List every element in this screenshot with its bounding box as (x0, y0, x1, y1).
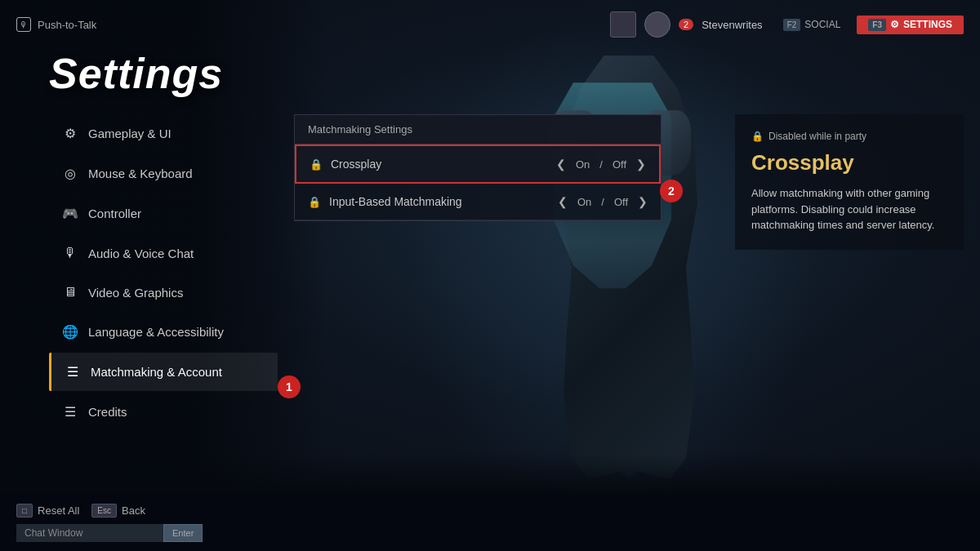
chat-window-label[interactable]: Chat Window (16, 524, 163, 542)
avatar-primary (610, 11, 636, 38)
back-button[interactable]: Esc Back (91, 504, 145, 518)
header-right: 2 Stevenwrites F2 SOCIAL F3 ⚙ SETTINGS (610, 11, 964, 38)
sidebar-item-credits[interactable]: ☰ Credits (49, 393, 278, 431)
chevron-right-matchmaking[interactable]: ❯ (638, 195, 648, 208)
annotation-step-2: 2 (660, 180, 683, 202)
detail-lock-icon: 🔒 (751, 131, 764, 142)
sidebar-item-gameplay[interactable]: ⚙ Gameplay & UI (49, 114, 278, 153)
lock-icon-matchmaking: 🔒 (308, 196, 321, 208)
crossplay-off-label: Off (612, 158, 626, 171)
chat-window-bar: Chat Window Enter (16, 524, 203, 542)
settings-panel: Matchmaking Settings 🔒 Crossplay ❮ On / … (294, 114, 662, 221)
push-to-talk-icon: 🎙 (16, 17, 31, 32)
mouse-icon: ◎ (62, 166, 78, 181)
page-title: Settings (49, 49, 223, 98)
sidebar-item-label: Credits (88, 405, 127, 419)
detail-lock-label: 🔒 Disabled while in party (751, 131, 947, 142)
gear-icon: ⚙ (890, 19, 899, 30)
matchmaking-separator: / (601, 196, 604, 208)
header: 🎙 Push-to-Talk 2 Stevenwrites F2 SOCIAL … (0, 0, 980, 49)
crossplay-label: Crossplay (331, 158, 556, 171)
chevron-left-matchmaking[interactable]: ❮ (558, 195, 568, 208)
sidebar-item-label: Language & Accessibility (88, 325, 224, 339)
chevron-right-crossplay[interactable]: ❯ (636, 158, 646, 171)
bottom-actions: □ Reset All Esc Back (16, 504, 145, 518)
input-matchmaking-value-group: ❮ On / Off ❯ (558, 195, 648, 208)
monitor-icon: 🖥 (62, 285, 78, 300)
credits-icon: ☰ (62, 404, 78, 420)
sidebar-item-label: Matchmaking & Account (91, 365, 222, 379)
push-to-talk-label: Push-to-Talk (38, 19, 96, 31)
detail-lock-text: Disabled while in party (768, 131, 866, 142)
bottom-bar: □ Reset All Esc Back Chat Window Enter (0, 494, 980, 551)
sidebar-item-label: Video & Graphics (88, 286, 183, 300)
sidebar-item-label: Audio & Voice Chat (88, 247, 194, 260)
sidebar-item-label: Controller (88, 207, 141, 220)
setting-row-crossplay[interactable]: 🔒 Crossplay ❮ On / Off ❯ (295, 144, 661, 184)
sidebar-item-controller[interactable]: 🎮 Controller (49, 194, 278, 233)
reset-all-button[interactable]: □ Reset All (16, 504, 79, 518)
detail-panel: 🔒 Disabled while in party Crossplay Allo… (735, 114, 964, 250)
matchmaking-off-label: Off (614, 196, 628, 208)
sidebar-item-label: Mouse & Keyboard (88, 167, 193, 180)
lock-icon-crossplay: 🔒 (310, 158, 323, 171)
esc-key-badge: Esc (91, 504, 117, 518)
f3-key: F3 (868, 19, 886, 31)
globe-icon: 🌐 (62, 324, 78, 340)
avatar-secondary (644, 11, 670, 38)
main-content: Matchmaking Settings 🔒 Crossplay ❮ On / … (294, 114, 662, 221)
gameplay-icon: ⚙ (62, 126, 78, 141)
social-label: SOCIAL (804, 19, 840, 30)
sidebar: ⚙ Gameplay & UI ◎ Mouse & Keyboard 🎮 Con… (49, 114, 278, 433)
input-matchmaking-label: Input-Based Matchmaking (329, 195, 558, 208)
sidebar-item-label: Gameplay & UI (88, 127, 172, 140)
list-icon: ☰ (65, 364, 81, 380)
sidebar-item-video[interactable]: 🖥 Video & Graphics (49, 273, 278, 311)
push-to-talk-indicator: 🎙 Push-to-Talk (16, 17, 96, 32)
crossplay-separator: / (599, 158, 603, 171)
username: Stevenwrites (702, 19, 762, 31)
setting-row-input-matchmaking[interactable]: 🔒 Input-Based Matchmaking ❮ On / Off ❯ (295, 184, 661, 220)
reset-key-badge: □ (16, 504, 33, 518)
sidebar-item-matchmaking[interactable]: ☰ Matchmaking & Account (49, 353, 278, 391)
back-label: Back (122, 504, 145, 517)
sidebar-item-audio[interactable]: 🎙 Audio & Voice Chat (49, 234, 278, 272)
sidebar-item-language[interactable]: 🌐 Language & Accessibility (49, 313, 278, 351)
annotation-step-1: 1 (278, 375, 301, 398)
enter-key-badge: Enter (163, 524, 203, 542)
sidebar-item-mouse-keyboard[interactable]: ◎ Mouse & Keyboard (49, 154, 278, 193)
settings-tab[interactable]: F3 ⚙ SETTINGS (857, 16, 964, 34)
controller-icon: 🎮 (62, 206, 78, 221)
settings-label: SETTINGS (903, 19, 952, 30)
matchmaking-on-label: On (577, 196, 591, 208)
audio-icon: 🎙 (62, 246, 78, 260)
reset-label: Reset All (38, 504, 79, 517)
crossplay-value-group: ❮ On / Off ❯ (556, 158, 646, 171)
f2-key: F2 (783, 19, 801, 31)
detail-description: Allow matchmaking with other gaming plat… (751, 185, 947, 233)
crossplay-on-label: On (576, 158, 590, 171)
detail-title: Crossplay (751, 150, 947, 176)
panel-header: Matchmaking Settings (295, 115, 661, 144)
chevron-left-crossplay[interactable]: ❮ (556, 158, 566, 171)
social-tab[interactable]: F2 SOCIAL (775, 16, 849, 34)
party-count: 2 (679, 19, 693, 30)
